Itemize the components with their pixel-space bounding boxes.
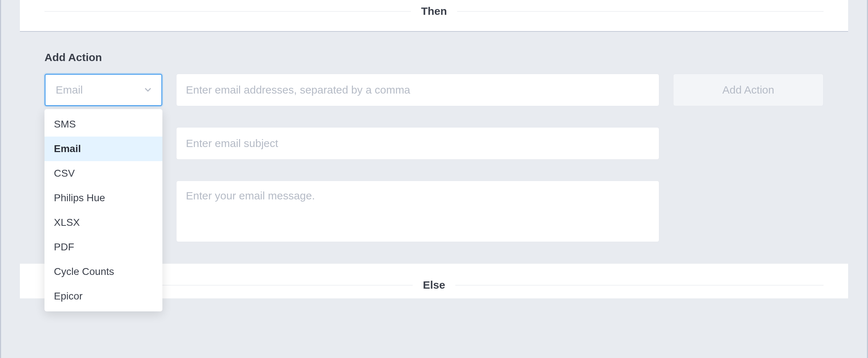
dropdown-option[interactable]: PDF — [44, 235, 162, 259]
dropdown-option[interactable]: SMS — [44, 112, 162, 137]
email-addresses-input[interactable] — [176, 74, 659, 106]
else-label: Else — [413, 279, 455, 291]
add-action-button[interactable]: Add Action — [673, 74, 824, 106]
action-type-dropdown: SMSEmailCSVPhilips HueXLSXPDFCycle Count… — [44, 109, 162, 311]
dropdown-option[interactable]: Epicor — [44, 284, 162, 309]
section-title: Add Action — [44, 51, 824, 64]
dropdown-option[interactable]: Philips Hue — [44, 186, 162, 210]
divider-line-right — [457, 11, 824, 12]
email-fields-column — [176, 74, 659, 242]
then-divider-panel: Then — [20, 0, 848, 32]
page-frame: Then Add Action Email SMSEmailCSVPhilips… — [0, 0, 868, 358]
divider-line-right — [455, 285, 824, 285]
dropdown-option[interactable]: XLSX — [44, 210, 162, 235]
then-label: Then — [411, 5, 457, 17]
action-type-select[interactable]: Email — [44, 74, 162, 106]
email-message-input[interactable] — [176, 181, 659, 242]
dropdown-option[interactable]: Email — [44, 137, 162, 161]
then-divider: Then — [20, 0, 848, 31]
action-type-value: Email — [56, 84, 83, 96]
add-action-section: Add Action Email SMSEmailCSVPhilips HueX… — [20, 32, 848, 264]
dropdown-option[interactable]: Cycle Counts — [44, 259, 162, 284]
action-form-row: Email SMSEmailCSVPhilips HueXLSXPDFCycle… — [44, 74, 824, 242]
divider-line-left — [44, 11, 411, 12]
chevron-down-icon — [145, 87, 151, 93]
action-type-select-wrap: Email SMSEmailCSVPhilips HueXLSXPDFCycle… — [44, 74, 162, 106]
email-subject-input[interactable] — [176, 127, 659, 160]
dropdown-option[interactable]: CSV — [44, 161, 162, 186]
